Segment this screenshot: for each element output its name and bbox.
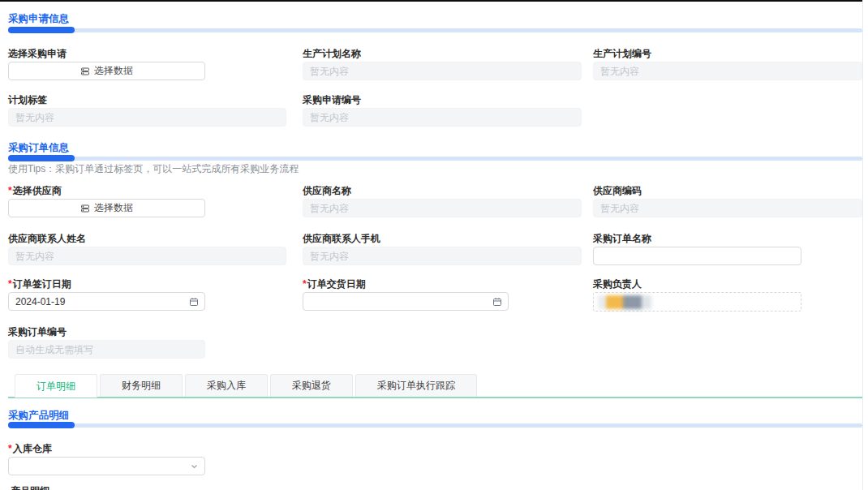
field-label: 选择采购申请 (8, 48, 67, 59)
order-delivery-date-input[interactable] (303, 292, 509, 311)
field-label: 生产计划名称 (303, 48, 361, 59)
field-label: 入库仓库 (13, 443, 52, 454)
field-inbound-warehouse: *入库仓库 (8, 444, 205, 475)
detail-tabs: 订单明细 财务明细 采购入库 采购退货 采购订单执行跟踪 (15, 374, 477, 398)
supplier-code-input (593, 199, 862, 217)
select-data-button-label: 选择数据 (94, 64, 133, 78)
section-title-purchase-request: 采购申请信息 (8, 13, 69, 24)
plan-tag-input (8, 108, 286, 127)
tabs-underline (8, 397, 862, 398)
field-supplier-name: 供应商名称 (303, 186, 582, 217)
page-right-gutter (862, 0, 868, 490)
usage-tips-text: 使用Tips：采购订单通过标签页，可以一站式完成所有采购业务流程 (8, 163, 299, 174)
field-label: 订单交货日期 (307, 278, 366, 290)
field-label: 采购订单编号 (8, 326, 67, 337)
select-data-button-label: 选择数据 (94, 201, 133, 215)
order-sign-date-input[interactable] (8, 292, 205, 311)
field-order-delivery-date: *订单交货日期 (303, 279, 509, 311)
field-purchase-owner: 采购负责人 (593, 279, 801, 312)
supplier-contact-phone-input (303, 247, 582, 265)
purchase-request-no-input (303, 108, 582, 127)
inbound-warehouse-select[interactable] (8, 457, 205, 475)
field-label: 供应商联系人手机 (303, 233, 380, 244)
supplier-contact-name-input (8, 247, 286, 265)
section-progress-bar (8, 155, 862, 161)
tab-purchase-inbound[interactable]: 采购入库 (185, 374, 268, 397)
field-label: 供应商名称 (303, 185, 351, 196)
clipped-bottom-label: 产品明细 (11, 484, 49, 490)
select-data-button[interactable]: 选择数据 (8, 62, 205, 80)
field-label: 订单签订日期 (13, 278, 71, 290)
database-icon (80, 67, 90, 76)
field-label: 选择供应商 (13, 185, 62, 196)
purchase-owner-value-box (593, 292, 801, 312)
field-supplier-code: 供应商编码 (593, 186, 862, 217)
field-label: 采购订单名称 (593, 233, 651, 244)
field-production-plan-no: 生产计划编号 (593, 49, 862, 80)
required-mark: * (303, 278, 307, 290)
field-select-purchase-request: 选择采购申请 选择数据 (8, 49, 205, 80)
field-label: 采购申请编号 (303, 94, 361, 105)
production-plan-no-input (593, 62, 862, 80)
purchase-order-form-page: 采购申请信息 选择采购申请 选择数据 生产计划名称 生产计划编号 计划标签 采购… (0, 0, 868, 490)
required-mark: * (8, 443, 12, 454)
tab-order-detail[interactable]: 订单明细 (15, 374, 97, 398)
section-progress-bar (8, 27, 862, 33)
field-supplier-contact-name: 供应商联系人姓名 (8, 234, 286, 265)
field-purchase-request-no: 采购申请编号 (303, 95, 582, 127)
field-order-sign-date: *订单签订日期 (8, 279, 205, 311)
select-data-button[interactable]: 选择数据 (8, 199, 205, 217)
field-purchase-order-no: 采购订单编号 (8, 327, 205, 359)
field-production-plan-name: 生产计划名称 (303, 49, 582, 80)
field-plan-tag: 计划标签 (8, 95, 286, 127)
tab-finance-detail[interactable]: 财务明细 (100, 374, 183, 397)
chevron-down-icon[interactable] (190, 462, 199, 471)
field-label: 供应商联系人姓名 (8, 233, 86, 244)
calendar-icon[interactable] (189, 297, 199, 307)
window-top-border (0, 0, 862, 2)
field-label: 采购负责人 (593, 278, 642, 290)
section-title-product-detail: 采购产品明细 (8, 410, 69, 421)
required-mark: * (8, 185, 12, 196)
section-progress-bar (8, 422, 862, 428)
database-icon (80, 204, 90, 213)
supplier-name-input (303, 199, 582, 217)
required-mark: * (8, 278, 12, 290)
field-supplier-contact-phone: 供应商联系人手机 (303, 234, 582, 265)
redacted-owner-name (598, 295, 651, 309)
purchase-order-name-input[interactable] (593, 247, 801, 265)
tab-purchase-return[interactable]: 采购退货 (270, 374, 353, 397)
calendar-icon[interactable] (492, 297, 502, 307)
field-label: 生产计划编号 (593, 48, 651, 59)
field-label: 供应商编码 (593, 185, 642, 196)
tab-order-execution-tracking[interactable]: 采购订单执行跟踪 (355, 374, 477, 397)
purchase-order-no-input (8, 340, 205, 359)
field-select-supplier: *选择供应商 选择数据 (8, 186, 205, 217)
section-title-purchase-order: 采购订单信息 (8, 142, 69, 153)
production-plan-name-input (303, 62, 582, 80)
field-label: 计划标签 (8, 94, 47, 105)
field-purchase-order-name: 采购订单名称 (593, 234, 801, 265)
